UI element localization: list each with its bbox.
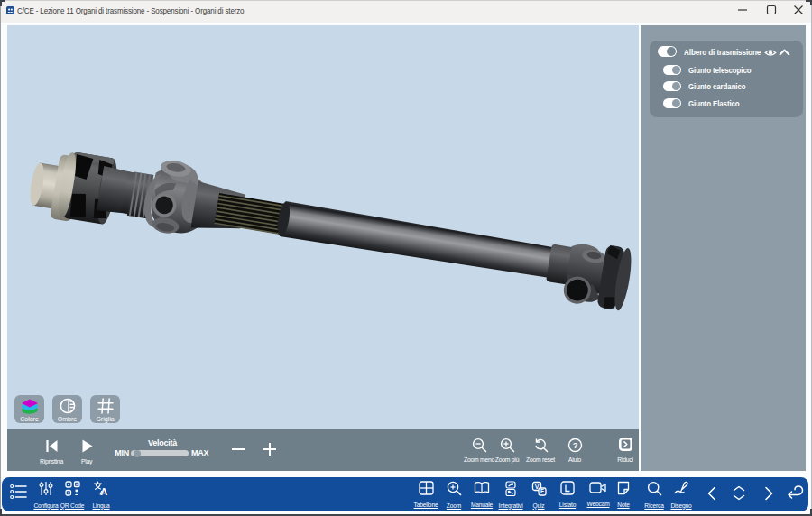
svg-text:?: ? (572, 440, 577, 450)
svg-text:F: F (540, 488, 544, 494)
